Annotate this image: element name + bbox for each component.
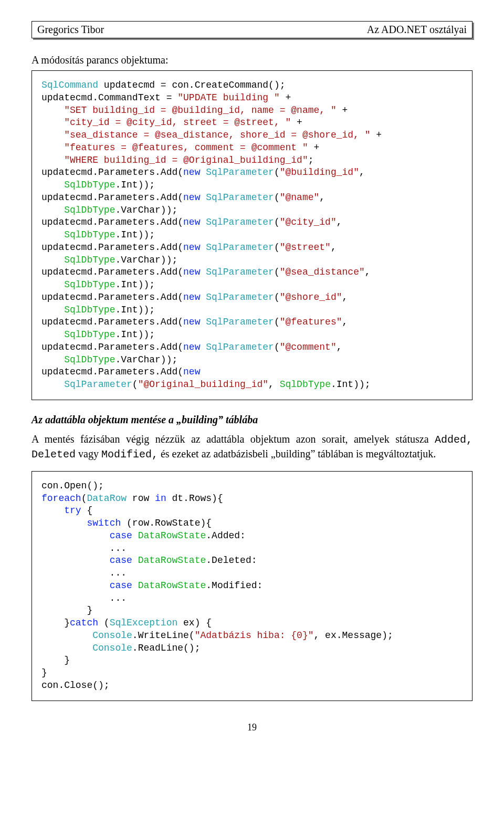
page-header: Gregorics Tibor Az ADO.NET osztályai (32, 21, 472, 38)
header-left: Gregorics Tibor (37, 24, 104, 36)
section2-body: A mentés fázisában végig nézzük az adatt… (32, 432, 472, 462)
code-text-2: con.Open(); foreach(DataRow row in dt.Ro… (41, 480, 463, 692)
page-number: 19 (32, 722, 472, 733)
code-text-1: SqlCommand updatecmd = con.CreateCommand… (41, 79, 463, 391)
code-block-1: SqlCommand updatecmd = con.CreateCommand… (32, 70, 472, 400)
code-block-2: con.Open(); foreach(DataRow row in dt.Ro… (32, 471, 472, 701)
section2-heading: Az adattábla objektum mentése a „buildin… (32, 414, 472, 426)
header-right: Az ADO.NET osztályai (367, 24, 467, 36)
section1-title: A módosítás parancs objektuma: (32, 54, 472, 66)
